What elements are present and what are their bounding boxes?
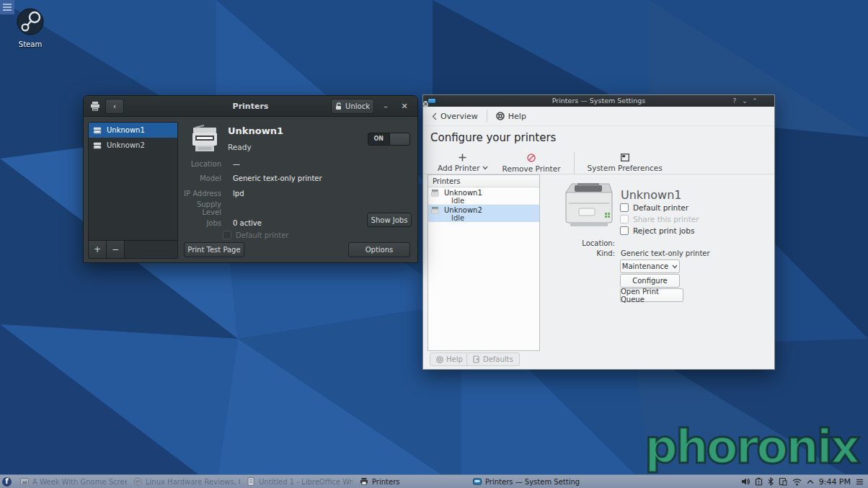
help-icon — [436, 356, 443, 363]
remove-printer-button[interactable]: − — [107, 241, 125, 258]
printer-image — [562, 181, 616, 231]
kde-system-settings-window: Printers — System Settings ? ⌄ ⌃ ✕ Overv… — [422, 94, 775, 370]
kde-window-title: Printers — System Settings — [423, 95, 774, 107]
default-printer-checkbox-row[interactable]: Default printer — [223, 231, 288, 239]
default-printer-label: Default printer — [236, 231, 288, 239]
system-preferences-button[interactable]: System Preferences — [580, 148, 670, 172]
printer-status: Ready — [228, 143, 252, 151]
configure-label: Configure — [632, 277, 667, 285]
titlebar-minimize-button[interactable]: ⌄ — [740, 96, 750, 106]
printer-icon — [93, 141, 102, 150]
printer-icon — [431, 189, 440, 198]
configure-button[interactable]: Configure — [620, 274, 680, 288]
maintenance-label: Maintenance — [622, 262, 668, 270]
taskbar-item-writer[interactable]: Untitled 1 - LibreOffice Writer — [244, 476, 353, 488]
battery-icon[interactable] — [755, 477, 763, 486]
unlock-button[interactable]: Unlock — [331, 99, 374, 114]
printer-status: Idle — [444, 197, 482, 205]
overview-nav-button[interactable]: Overview — [423, 107, 487, 125]
footer-defaults-label: Defaults — [483, 355, 513, 363]
footer-help-button[interactable]: Help — [430, 352, 469, 366]
titlebar-maximize-button[interactable]: ⌃ — [750, 96, 760, 106]
taskbar-item-screenshot[interactable]: A Week With Gnome Screensho — [17, 476, 127, 488]
taskbar-item-label: A Week With Gnome Screensho — [32, 478, 127, 486]
checkbox-label: Share this printer — [633, 215, 699, 223]
open-print-queue-button[interactable]: Open Print Queue — [620, 288, 683, 302]
default-printer-checkbox[interactable]: Default printer — [620, 203, 688, 212]
chevron-up-icon[interactable] — [807, 479, 814, 484]
kde-nav-toolbar: Overview Help — [423, 107, 774, 126]
checkbox-icon — [620, 215, 629, 223]
system-preferences-label: System Preferences — [588, 164, 663, 172]
browser-icon — [133, 477, 142, 486]
field-label: Location — [180, 160, 221, 168]
share-printer-checkbox: Share this printer — [620, 215, 699, 223]
kde-actionbar: Add Printer Remove Printer System Prefer… — [430, 148, 670, 174]
phoronix-watermark: phoronix — [645, 420, 858, 474]
print-test-page-button[interactable]: Print Test Page — [184, 242, 244, 257]
chevron-down-icon — [672, 265, 678, 269]
switch-handle — [389, 133, 410, 145]
clock[interactable]: 9:44 PM — [819, 477, 851, 487]
add-printer-button[interactable]: + — [89, 241, 107, 258]
reject-print-jobs-checkbox[interactable]: Reject print jobs — [620, 226, 694, 235]
gnome-printers-window: ‹ Printers Unlock – ✕ Unknown1 — [83, 95, 418, 263]
bluetooth-icon[interactable] — [768, 477, 774, 486]
minimize-button[interactable]: – — [378, 99, 393, 114]
field-value: 0 active — [233, 219, 262, 227]
kde-titlebar: Printers — System Settings ? ⌄ ⌃ ✕ — [423, 95, 774, 107]
list-header[interactable]: Printers — [428, 175, 539, 187]
fedora-menu-icon[interactable]: f — [2, 477, 12, 487]
options-button[interactable]: Options — [348, 242, 410, 257]
titlebar-help-button[interactable]: ? — [730, 96, 740, 106]
taskbar-item-system-settings[interactable]: Printers — System Settings — [470, 476, 580, 488]
printer-name: Unknown2 — [444, 206, 482, 214]
system-tray: 9:44 PM — [741, 477, 868, 487]
defaults-icon — [473, 355, 480, 363]
footer-help-label: Help — [446, 355, 463, 363]
steam-label: Steam — [12, 40, 49, 48]
gnome-printer-list: Unknown1 Unknown2 + − — [88, 122, 178, 259]
remove-printer-button[interactable]: Remove Printer — [495, 148, 568, 173]
taskbar-item-label: Printers — [372, 478, 399, 486]
wifi-icon[interactable] — [792, 478, 802, 486]
kind-value: Generic text-only printer — [621, 249, 710, 257]
steam-desktop-icon[interactable]: Steam — [12, 7, 49, 48]
steam-icon — [16, 7, 45, 36]
show-jobs-button[interactable]: Show Jobs — [367, 213, 412, 227]
printer-on-switch[interactable]: ON — [368, 133, 410, 146]
checkbox-icon — [620, 203, 629, 212]
printer-name: Unknown1 — [107, 126, 145, 134]
clipboard-icon[interactable] — [779, 477, 787, 486]
image-viewer-icon — [20, 477, 29, 486]
taskbar-item-gnome-printers[interactable]: Printers — [357, 476, 466, 488]
field-label: Jobs — [180, 219, 221, 227]
printer-list-item[interactable]: Unknown2 — [89, 138, 177, 153]
help-nav-button[interactable]: Help — [487, 107, 535, 125]
unlock-label: Unlock — [345, 102, 370, 110]
field-label: IP Address — [180, 190, 221, 198]
checkbox-label: Default printer — [633, 203, 688, 212]
close-button[interactable]: ✕ — [397, 99, 412, 114]
volume-icon[interactable] — [741, 477, 750, 486]
printer-icon — [93, 126, 102, 135]
add-printer-label: Add Printer — [438, 164, 480, 172]
switch-on-label: ON — [368, 133, 389, 145]
add-printer-button[interactable]: Add Printer — [430, 148, 495, 172]
printer-list-item-selected[interactable]: Unknown2 Idle — [428, 205, 539, 222]
printer-detail-name: Unknown1 — [228, 125, 283, 136]
field-label: Supply Level — [180, 200, 221, 216]
taskbar-item-label: Untitled 1 - LibreOffice Writer — [259, 478, 353, 486]
footer-defaults-button[interactable]: Defaults — [466, 352, 520, 366]
maintenance-dropdown[interactable]: Maintenance — [620, 259, 680, 273]
panel-menu-icon[interactable] — [856, 479, 864, 485]
printer-list-item[interactable]: Unknown1 — [89, 123, 177, 138]
kind-label: Kind: — [510, 249, 615, 257]
printer-list-item[interactable]: Unknown1 Idle — [428, 187, 539, 205]
unlock-icon — [335, 102, 342, 110]
separator — [574, 152, 575, 174]
taskbar-item-browser[interactable]: Linux Hardware Reviews, Open — [130, 476, 240, 488]
taskbar-item-label: Printers — System Settings — [485, 478, 580, 486]
help-icon — [496, 112, 505, 120]
printer-status: Idle — [444, 214, 482, 222]
